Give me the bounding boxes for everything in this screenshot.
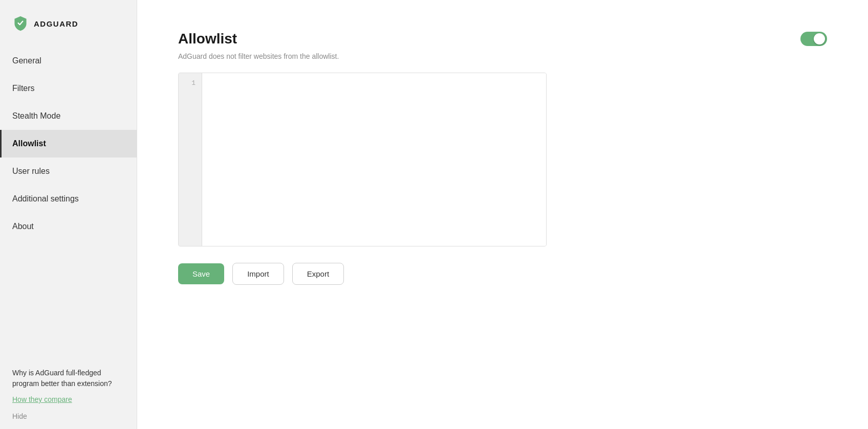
sidebar-item-allowlist[interactable]: Allowlist	[0, 130, 137, 157]
sidebar-item-general[interactable]: General	[0, 47, 137, 75]
sidebar-item-about[interactable]: About	[0, 213, 137, 240]
sidebar-item-filters[interactable]: Filters	[0, 75, 137, 102]
sidebar-item-stealth-mode[interactable]: Stealth Mode	[0, 102, 137, 130]
allowlist-editor[interactable]	[202, 73, 546, 246]
adguard-logo-icon	[12, 15, 29, 32]
page-title: Allowlist	[178, 31, 237, 47]
button-row: Save Import Export	[178, 263, 827, 285]
export-button[interactable]: Export	[292, 263, 344, 285]
import-button[interactable]: Import	[232, 263, 284, 285]
hide-label[interactable]: Hide	[12, 412, 27, 420]
sidebar: ADGUARD General Filters Stealth Mode All…	[0, 0, 137, 429]
save-button[interactable]: Save	[178, 263, 224, 284]
page-subtitle: AdGuard does not filter websites from th…	[178, 52, 827, 60]
promo-text: Why is AdGuard full-fledged program bett…	[12, 368, 124, 389]
logo-area: ADGUARD	[0, 10, 137, 47]
sidebar-item-additional-settings[interactable]: Additional settings	[0, 185, 137, 213]
main-content: Allowlist AdGuard does not filter websit…	[137, 0, 868, 429]
sidebar-item-user-rules[interactable]: User rules	[0, 157, 137, 185]
line-numbers: 1	[179, 73, 202, 246]
logo-text: ADGUARD	[34, 19, 78, 28]
page-header: Allowlist	[178, 31, 827, 47]
line-number-1: 1	[191, 79, 196, 87]
sidebar-nav: General Filters Stealth Mode Allowlist U…	[0, 47, 137, 240]
allowlist-toggle[interactable]	[800, 32, 827, 46]
allowlist-editor-wrapper: 1	[178, 73, 547, 246]
sidebar-bottom: Why is AdGuard full-fledged program bett…	[0, 359, 137, 429]
compare-link[interactable]: How they compare	[12, 395, 124, 403]
